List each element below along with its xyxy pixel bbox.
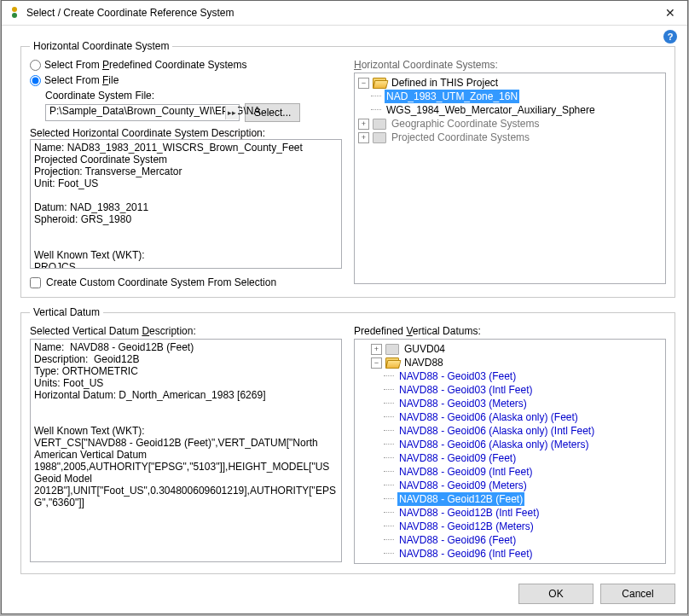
vtree-item-label[interactable]: NAVD88 - Geoid06 (Alaska only) (Meters): [397, 438, 591, 451]
radio-predefined[interactable]: [30, 60, 41, 71]
vtree-item[interactable]: NAVD88 - Geoid12B (Intl Feet): [358, 506, 662, 520]
expand-icon[interactable]: +: [358, 119, 369, 130]
titlebar: Select / Create Coordinate Reference Sys…: [2, 1, 687, 26]
tree-connector-icon: [371, 91, 383, 102]
vtree-item[interactable]: NAVD88 - Geoid03 (Meters): [358, 397, 662, 410]
vtree-item[interactable]: NAVD88 - Geoid09 (Intl Feet): [358, 465, 662, 479]
tree-connector-icon: [384, 412, 396, 422]
tree-connector-icon: [384, 453, 396, 463]
htree-geo-label: Geographic Coordinate Systems: [390, 117, 541, 131]
vtree-item[interactable]: NAVD88 - Geoid12B (Feet): [358, 492, 662, 506]
vtree-item-label[interactable]: NAVD88 - Geoid03 (Meters): [397, 397, 529, 410]
dialog-footer: OK Cancel: [2, 574, 687, 613]
dialog-window: Select / Create Coordinate Reference Sys…: [1, 0, 688, 614]
vtree-item-label[interactable]: NAVD88 - Geoid09 (Intl Feet): [397, 465, 535, 479]
vtree-guvd-label[interactable]: GUVD04: [402, 342, 447, 356]
group-horizontal-legend: Horizontal Coordinate System: [30, 40, 172, 52]
vtree-item[interactable]: NAVD88 - Geoid06 (Alaska only) (Intl Fee…: [358, 424, 662, 438]
htree-proj[interactable]: + Projected Coordinate Systems: [358, 131, 662, 144]
htree-proj-label: Projected Coordinate Systems: [390, 131, 531, 144]
hdesc-text[interactable]: [30, 139, 342, 269]
app-icon: [9, 7, 20, 19]
vtree-item-label[interactable]: NAVD88 - Geoid03 (Feet): [397, 369, 518, 383]
group-vertical-legend: Vertical Datum: [30, 306, 103, 318]
vtree-item[interactable]: NAVD88 - Geoid96 (Meters): [358, 561, 662, 564]
vdesc-label: Selected Vertical Datum Description:: [30, 325, 342, 337]
window-title: Select / Create Coordinate Reference Sys…: [26, 7, 653, 19]
close-button[interactable]: ✕: [653, 1, 687, 25]
folder-open-icon: [373, 78, 386, 89]
tree-connector-icon: [384, 398, 396, 409]
vtree-item-label[interactable]: NAVD88 - Geoid96 (Meters): [397, 561, 529, 564]
expand-icon[interactable]: +: [371, 344, 382, 355]
collapse-icon[interactable]: −: [358, 78, 369, 89]
tree-connector-icon: [384, 439, 396, 450]
tree-connector-icon: [384, 562, 396, 564]
htree-root-label: Defined in THIS Project: [390, 76, 500, 90]
vtree-item-label[interactable]: NAVD88 - Geoid12B (Meters): [397, 520, 536, 533]
hdesc-label: Selected Horizontal Coordinate System De…: [30, 127, 342, 139]
vtree-item[interactable]: NAVD88 - Geoid12B (Meters): [358, 520, 662, 533]
horizontal-right-col: Horizontal Coordinate Systems: − Defined…: [354, 59, 666, 288]
htree-geo[interactable]: + Geographic Coordinate Systems: [358, 117, 662, 131]
vdesc-text[interactable]: [30, 339, 342, 562]
vtree-item-label[interactable]: NAVD88 - Geoid96 (Feet): [397, 533, 518, 547]
radio-file-label: Select From File: [44, 74, 119, 86]
tree-connector-icon: [384, 535, 396, 545]
tree-connector-icon: [384, 549, 396, 559]
vtree-item-label[interactable]: NAVD88 - Geoid09 (Feet): [397, 451, 518, 465]
vtree-item[interactable]: NAVD88 - Geoid06 (Alaska only) (Meters): [358, 438, 662, 451]
vtree-item-label[interactable]: NAVD88 - Geoid12B (Intl Feet): [397, 506, 541, 520]
htree-root[interactable]: − Defined in THIS Project: [358, 76, 662, 90]
file-label: Coordinate System File:: [45, 90, 342, 102]
vertical-left-col: Selected Vertical Datum Description:: [30, 325, 342, 565]
group-vertical: Vertical Datum Selected Vertical Datum D…: [20, 306, 675, 574]
tree-connector-icon: [384, 521, 396, 532]
radio-predefined-row[interactable]: Select From Predefined Coordinate System…: [30, 59, 342, 71]
htree-box[interactable]: − Defined in THIS Project NAD_1983_UTM_Z…: [354, 73, 666, 284]
htree-item-selected[interactable]: NAD_1983_UTM_Zone_16N: [358, 90, 662, 103]
vtree-item-label[interactable]: NAVD88 - Geoid06 (Alaska only) (Intl Fee…: [397, 424, 596, 438]
htree-selected-label: NAD_1983_UTM_Zone_16N: [385, 90, 519, 103]
htree-item-other[interactable]: WGS_1984_Web_Mercator_Auxiliary_Sphere: [358, 103, 662, 117]
ok-button[interactable]: OK: [518, 584, 593, 604]
vtree-item[interactable]: NAVD88 - Geoid03 (Feet): [358, 369, 662, 383]
tree-connector-icon: [384, 508, 396, 518]
file-path-input[interactable]: P:\Sample_Data\Brown_County_WI\EPSG\NA ▸…: [45, 104, 240, 121]
create-custom-label: Create Custom Coordinate System From Sel…: [46, 276, 276, 288]
htree-other-label: WGS_1984_Web_Mercator_Auxiliary_Sphere: [385, 103, 597, 117]
vtree-box[interactable]: +GUVD04−NAVD88NAVD88 - Geoid03 (Feet)NAV…: [354, 339, 666, 564]
vtree-item-label[interactable]: NAVD88 - Geoid03 (Intl Feet): [397, 383, 535, 397]
tree-connector-icon: [384, 426, 396, 436]
horizontal-left-col: Select From Predefined Coordinate System…: [30, 59, 342, 288]
vtree-item[interactable]: NAVD88 - Geoid09 (Meters): [358, 479, 662, 492]
cancel-button[interactable]: Cancel: [600, 584, 675, 604]
tree-connector-icon: [384, 494, 396, 504]
tree-connector-icon: [384, 385, 396, 395]
group-horizontal: Horizontal Coordinate System Select From…: [20, 40, 675, 298]
tree-connector-icon: [384, 371, 396, 381]
vtree-item[interactable]: NAVD88 - Geoid03 (Intl Feet): [358, 383, 662, 397]
tree-connector-icon: [384, 467, 396, 477]
vtree-item-label[interactable]: NAVD88 - Geoid09 (Meters): [397, 479, 529, 492]
folder-open-icon: [385, 357, 399, 369]
expand-icon[interactable]: +: [358, 132, 369, 143]
collapse-icon[interactable]: −: [371, 357, 382, 369]
vtree-item[interactable]: NAVD88 - Geoid09 (Feet): [358, 451, 662, 465]
htree-header: Horizontal Coordinate Systems:: [354, 59, 666, 71]
tree-connector-icon: [371, 105, 383, 115]
vtree-item[interactable]: NAVD88 - Geoid06 (Alaska only) (Feet): [358, 410, 662, 424]
vtree-item[interactable]: NAVD88 - Geoid96 (Feet): [358, 533, 662, 547]
radio-file[interactable]: [30, 75, 41, 86]
vtree-item[interactable]: NAVD88 - Geoid96 (Intl Feet): [358, 547, 662, 561]
vtree-navd-label[interactable]: NAVD88: [402, 356, 445, 369]
folder-closed-icon: [385, 344, 399, 355]
create-custom-checkbox[interactable]: [30, 277, 41, 288]
vtree-item-label[interactable]: NAVD88 - Geoid12B (Feet): [397, 492, 524, 506]
tree-connector-icon: [384, 480, 396, 491]
radio-predefined-label: Select From Predefined Coordinate System…: [44, 59, 246, 71]
file-path-dropdown-icon[interactable]: ▸▸: [225, 106, 238, 119]
vtree-item-label[interactable]: NAVD88 - Geoid06 (Alaska only) (Feet): [397, 410, 580, 424]
vtree-item-label[interactable]: NAVD88 - Geoid96 (Intl Feet): [397, 547, 535, 561]
radio-file-row[interactable]: Select From File: [30, 74, 342, 86]
